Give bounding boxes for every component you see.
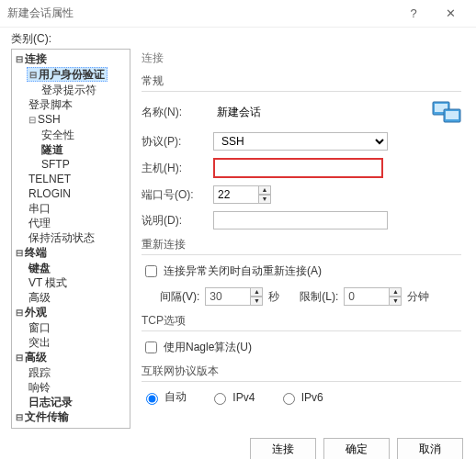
- limit-input[interactable]: [344, 287, 390, 306]
- tree-window[interactable]: 窗口: [27, 321, 52, 334]
- port-label: 端口号(O):: [142, 187, 213, 203]
- host-input[interactable]: [213, 158, 383, 178]
- category-label: 类别(C):: [0, 28, 476, 49]
- int-down[interactable]: ▼: [250, 297, 263, 306]
- int-up[interactable]: ▲: [250, 287, 263, 297]
- proto-label: 协议(P):: [142, 134, 213, 150]
- tree-telnet[interactable]: TELNET: [27, 173, 73, 185]
- tree-tunnel[interactable]: 隧道: [40, 143, 65, 156]
- tree-login-script[interactable]: 登录脚本: [27, 98, 74, 111]
- main-panel: 连接 常规 名称(N): 协议(P): SSH 主机(H): 端口号(O): ▲…: [130, 49, 465, 429]
- tree-vtmode[interactable]: VT 模式: [27, 276, 69, 289]
- tree-advanced2[interactable]: 高级: [14, 351, 49, 364]
- tree-log[interactable]: 日志记录: [27, 396, 74, 409]
- tree-highlight[interactable]: 突出: [27, 336, 52, 349]
- limit-label: 限制(L):: [300, 289, 338, 305]
- lim-down[interactable]: ▼: [389, 297, 402, 306]
- connect-button[interactable]: 连接: [250, 438, 316, 459]
- tree-trace[interactable]: 跟踪: [27, 366, 52, 379]
- chk-reconnect[interactable]: 连接异常关闭时自动重新连接(A): [142, 263, 461, 280]
- name-label: 名称(N):: [142, 105, 213, 120]
- help-icon[interactable]: ?: [395, 6, 432, 20]
- desc-input[interactable]: [213, 211, 388, 230]
- tree-security[interactable]: 安全性: [40, 129, 76, 141]
- tree-keepalive[interactable]: 保持活动状态: [27, 231, 96, 244]
- port-down[interactable]: ▼: [258, 195, 271, 204]
- lim-up[interactable]: ▲: [389, 287, 402, 297]
- cancel-button[interactable]: 取消: [397, 438, 463, 459]
- category-tree[interactable]: ↘ 连接 用户身份验证 登录提示符 登录脚本 SSH 安全性 隧道 SFTP: [11, 49, 130, 429]
- host-label: 主机(H):: [142, 161, 213, 176]
- footer: 连接 确定 取消: [0, 429, 476, 459]
- tree-ssh[interactable]: SSH: [27, 113, 62, 126]
- panel-header: 连接: [142, 49, 461, 73]
- svg-rect-3: [446, 111, 459, 119]
- desc-label: 说明(D):: [142, 213, 213, 229]
- session-icon: [432, 99, 461, 125]
- tree-sftp[interactable]: SFTP: [40, 158, 72, 171]
- tree-bell[interactable]: 响铃: [27, 381, 52, 394]
- interval-label: 间隔(V):: [160, 289, 199, 305]
- group-ipver: 互联网协议版本: [142, 364, 461, 382]
- ok-button[interactable]: 确定: [323, 438, 390, 459]
- name-input[interactable]: [213, 103, 369, 121]
- proto-select[interactable]: SSH: [213, 132, 388, 151]
- tree-filetransfer[interactable]: 文件传输: [14, 410, 71, 423]
- group-tcp: TCP选项: [142, 313, 461, 331]
- interval-input[interactable]: [205, 287, 251, 306]
- tree-appearance[interactable]: 外观: [14, 306, 49, 319]
- close-icon[interactable]: ✕: [432, 6, 469, 20]
- tree-connection[interactable]: 连接: [14, 52, 49, 65]
- tree-login-prompt[interactable]: 登录提示符: [40, 84, 98, 96]
- group-reconnect: 重新连接: [142, 237, 461, 255]
- radio-ipv4[interactable]: IPv4: [210, 390, 255, 405]
- radio-ipv6[interactable]: IPv6: [278, 390, 323, 405]
- tree-auth[interactable]: 用户身份验证: [27, 67, 108, 82]
- titlebar: 新建会话属性 ? ✕: [0, 0, 476, 28]
- tree-keyboard[interactable]: 键盘: [27, 262, 52, 274]
- tree-serial[interactable]: 串口: [27, 202, 52, 215]
- radio-auto[interactable]: 自动: [142, 389, 187, 405]
- tree-xymodem[interactable]: X/YMODEM: [27, 426, 90, 429]
- tree-advanced[interactable]: 高级: [27, 291, 52, 304]
- tree-proxy[interactable]: 代理: [27, 217, 52, 230]
- tree-rlogin[interactable]: RLOGIN: [27, 187, 73, 200]
- chk-nagle[interactable]: 使用Nagle算法(U): [142, 339, 461, 356]
- port-input[interactable]: [213, 185, 259, 204]
- group-general: 常规: [142, 73, 461, 92]
- window-title: 新建会话属性: [7, 6, 395, 21]
- port-up[interactable]: ▲: [258, 185, 271, 195]
- tree-terminal[interactable]: 终端: [14, 246, 49, 259]
